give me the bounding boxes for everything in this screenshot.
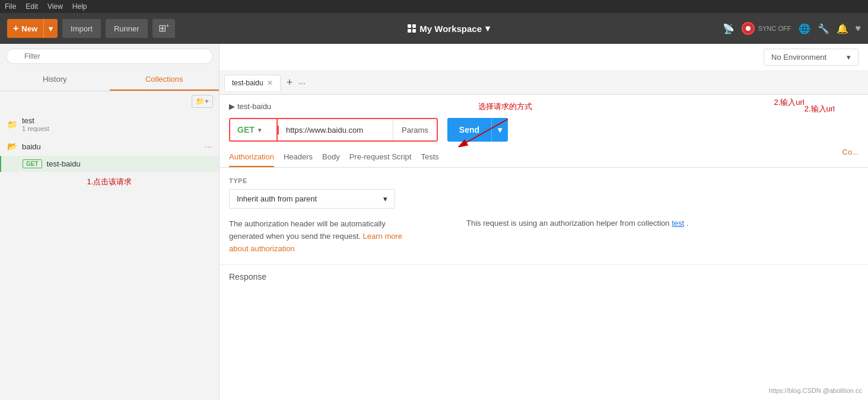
folder-icon: 📁 — [7, 120, 17, 129]
request-tabs: Authorization Headers Body Pre-request S… — [220, 148, 868, 168]
workspace-chevron: ▾ — [485, 23, 490, 34]
annotation-step3: 选择请求的方式 — [478, 101, 532, 112]
menu-bar: File Edit View Help — [0, 0, 868, 13]
auth-select-value: Inherit auth from parent — [237, 194, 317, 203]
auth-right-message: This request is using an authorization h… — [466, 189, 688, 255]
open-folder-icon: 📂 — [7, 142, 17, 151]
plus-icon: + — [13, 23, 18, 34]
url-bar: GET ▾ Params — [229, 118, 438, 142]
sidebar-filter-area — [0, 44, 219, 69]
method-chevron: ▾ — [258, 127, 261, 133]
request-name: test-baidu — [47, 159, 81, 168]
main-layout: History Collections 📁+ 📁 test 1 request … — [0, 44, 868, 400]
env-chevron: ▾ — [847, 53, 851, 62]
filter-input[interactable] — [6, 49, 213, 64]
menu-view[interactable]: View — [47, 2, 63, 11]
auth-select[interactable]: Inherit auth from parent ▾ — [229, 189, 395, 209]
req-tab-headers[interactable]: Headers — [284, 148, 313, 167]
collection-link[interactable]: test — [672, 219, 684, 228]
env-bar: No Environment ▾ — [220, 44, 868, 71]
request-test-baidu[interactable]: GET test-baidu — [0, 156, 219, 172]
collection-test-name: test — [22, 116, 49, 125]
annotation-step2-text: 2.输入url — [805, 104, 835, 114]
toolbar: + New ▾ Import Runner ⊞+ My Workspace ▾ … — [0, 13, 868, 44]
annotation-step1: 1.点击该请求 — [0, 172, 219, 187]
toolbar-right: 📡 SYNC OFF 🌐 🔧 🔔 ♥ — [723, 22, 861, 35]
new-collection-button[interactable]: 📁+ — [192, 95, 213, 108]
annotation-step2: 2.输入url — [774, 97, 804, 108]
auth-section: TYPE Inherit auth from parent ▾ The auth… — [220, 168, 868, 264]
sidebar-toolbar: 📁+ — [0, 91, 219, 111]
tab-collections[interactable]: Collections — [110, 69, 220, 91]
sync-label: SYNC OFF — [758, 25, 791, 32]
sidebar-tabs: History Collections — [0, 69, 219, 91]
sidebar: History Collections 📁+ 📁 test 1 request … — [0, 44, 220, 400]
satellite-icon[interactable]: 📡 — [723, 23, 735, 34]
bell-icon[interactable]: 🔔 — [837, 23, 848, 34]
req-tab-body[interactable]: Body — [322, 148, 340, 167]
authorization-link[interactable]: authorization — [250, 244, 294, 253]
req-tab-authorization[interactable]: Authorization — [229, 148, 274, 167]
tab-bar: test-baidu ✕ + ··· — [220, 71, 868, 95]
folder-plus-icon: 📁+ — [196, 97, 209, 105]
sync-button[interactable]: SYNC OFF — [742, 22, 791, 35]
watermark: https://blog.CSDN @abolition.cc — [769, 387, 862, 394]
auth-select-chevron: ▾ — [383, 194, 387, 203]
send-button[interactable]: Send ▾ — [447, 118, 508, 142]
add-tab-button[interactable]: + — [283, 76, 297, 89]
heart-icon[interactable]: ♥ — [856, 23, 861, 34]
params-button[interactable]: Params — [393, 119, 437, 140]
request-tab-test-baidu[interactable]: test-baidu ✕ — [224, 75, 281, 91]
auth-type-label: TYPE — [229, 177, 859, 184]
wrench-icon[interactable]: 🔧 — [818, 23, 829, 34]
env-label: No Environment — [771, 53, 826, 62]
breadcrumb-area: ▶ test-baidu 2.输入url 2.输入url — [220, 95, 868, 118]
workspace-area: My Workspace ▾ — [180, 23, 717, 34]
menu-edit[interactable]: Edit — [26, 2, 38, 11]
req-tab-tests[interactable]: Tests — [421, 148, 438, 167]
response-section: Response — [220, 264, 868, 289]
method-select[interactable]: GET ▾ — [230, 119, 278, 140]
collection-baidu[interactable]: 📂 baidu ··· — [0, 137, 219, 156]
content-area: No Environment ▾ test-baidu ✕ + ··· ▶ te… — [220, 44, 868, 400]
new-label: New — [21, 24, 37, 33]
sync-circle — [742, 22, 755, 35]
menu-file[interactable]: File — [5, 2, 16, 11]
tab-close-icon[interactable]: ✕ — [267, 79, 273, 87]
env-selector[interactable]: No Environment ▾ — [764, 49, 859, 66]
runner-button[interactable]: Runner — [106, 19, 148, 38]
tab-name: test-baidu — [232, 79, 263, 87]
send-dropdown-arrow[interactable]: ▾ — [491, 118, 508, 142]
url-input[interactable] — [278, 126, 393, 135]
workspace-button[interactable]: My Workspace ▾ — [408, 23, 490, 34]
import-button[interactable]: Import — [62, 19, 101, 38]
new-dropdown-arrow[interactable]: ▾ — [43, 19, 58, 38]
auth-description: The authorization header will be automat… — [229, 218, 419, 255]
url-area: GET ▾ Params Send ▾ — [220, 118, 868, 148]
globe-icon[interactable]: 🌐 — [799, 23, 810, 34]
collection-test[interactable]: 📁 test 1 request — [0, 111, 219, 137]
collection-test-sub: 1 request — [22, 125, 49, 132]
menu-help[interactable]: Help — [72, 2, 87, 11]
request-wrapper: ▶ test-baidu 2.输入url 2.输入url GET ▾ — [220, 95, 868, 264]
req-tab-prerequest[interactable]: Pre-request Script — [349, 148, 412, 167]
tab-history[interactable]: History — [0, 69, 110, 91]
new-button[interactable]: + New ▾ — [7, 19, 58, 38]
method-get-badge: GET — [23, 159, 42, 168]
response-label: Response — [229, 272, 859, 281]
breadcrumb: ▶ test-baidu — [229, 102, 271, 111]
breadcrumb-arrow: ▶ — [229, 102, 235, 111]
collection-baidu-name: baidu — [22, 142, 41, 151]
method-value: GET — [237, 125, 255, 135]
workspace-icon — [408, 24, 416, 33]
breadcrumb-name: test-baidu — [237, 102, 271, 111]
workspace-label: My Workspace — [419, 24, 482, 34]
req-tab-right[interactable]: Co... — [842, 148, 859, 167]
more-options-icon[interactable]: ··· — [205, 142, 212, 151]
tab-more-button[interactable]: ··· — [298, 78, 306, 88]
builder-button[interactable]: ⊞+ — [152, 19, 176, 38]
